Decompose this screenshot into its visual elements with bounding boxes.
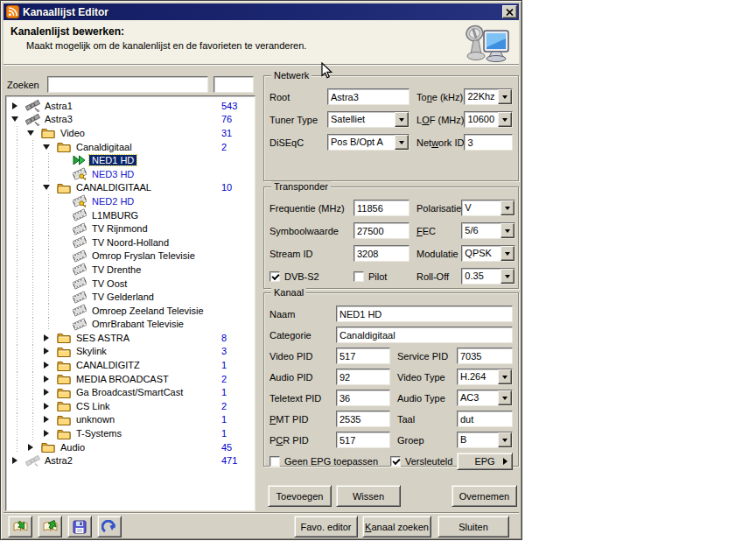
tree-item[interactable]: Canaldigitaal2	[6, 140, 255, 154]
rolloff-dropdown-arrow-icon[interactable]	[500, 269, 514, 284]
versleuteld-checkbox-row[interactable]: Versleuteld	[390, 456, 457, 467]
tree-expander-closed-icon[interactable]	[10, 102, 25, 109]
modulatie-dropdown-arrow-icon[interactable]	[500, 246, 514, 261]
tree-item[interactable]: TV Drenthe	[6, 263, 255, 277]
tree-item[interactable]: TV Gelderland	[6, 290, 255, 304]
geen-epg-checkbox-row[interactable]: Geen EPG toepassen	[270, 456, 390, 467]
tree-expander-closed-icon[interactable]	[41, 334, 57, 341]
audio-pid-input[interactable]	[336, 369, 390, 385]
video-type-dropdown-arrow-icon[interactable]	[498, 369, 512, 384]
tree-item[interactable]: CANALDIGITZ1	[6, 358, 255, 372]
tree-item[interactable]: TV Noord-Holland	[6, 235, 255, 249]
audio-type-dropdown-arrow-icon[interactable]	[498, 390, 512, 405]
wissen-button[interactable]: Wissen	[336, 485, 401, 507]
fec-dropdown[interactable]: 5/6	[461, 222, 515, 239]
tree-item[interactable]: TV Rijnmond	[6, 221, 255, 235]
tree-expander-open-icon[interactable]	[10, 116, 25, 122]
tree-item[interactable]: Ga Broadcast/SmartCast1	[6, 385, 255, 399]
kanaal-zoeken-button[interactable]: Kanaal zoeken	[362, 516, 431, 537]
modulatie-dropdown[interactable]: QPSK	[461, 245, 515, 262]
root-input[interactable]	[327, 88, 410, 105]
import-list-button[interactable]	[8, 516, 32, 537]
tree-expander-open-icon[interactable]	[25, 130, 41, 136]
rolloff-dropdown[interactable]: 0.35	[461, 268, 515, 285]
tree-item[interactable]: T-Systems1	[6, 426, 255, 440]
favo-editor-button[interactable]: Favo. editor	[294, 516, 358, 537]
tree-item[interactable]: Video31	[6, 126, 255, 140]
tuner-type-dropdown[interactable]: Satelliet	[327, 111, 410, 128]
tree-item[interactable]: Astra1543	[6, 99, 255, 113]
naam-input[interactable]	[336, 306, 513, 322]
tree-expander-closed-icon[interactable]	[41, 416, 57, 423]
pilot-checkbox-row[interactable]: Pilot	[354, 271, 410, 282]
tree-item[interactable]: Audio45	[6, 440, 255, 454]
stream-id-input[interactable]	[354, 245, 410, 262]
channel-tree[interactable]: Astra1543Astra376Video31Canaldigitaal2NE…	[5, 95, 256, 511]
sluiten-button[interactable]: Sluiten	[438, 516, 509, 537]
title-bar[interactable]: Kanaallijst Editor	[4, 4, 519, 20]
groep-dropdown[interactable]: B	[457, 432, 513, 448]
network-id-input[interactable]	[464, 134, 513, 151]
save-button[interactable]	[67, 516, 92, 537]
tree-expander-closed-icon[interactable]	[25, 444, 41, 451]
tree-item[interactable]: NED1 HD	[6, 153, 255, 167]
tree-expander-closed-icon[interactable]	[41, 376, 57, 383]
tree-item[interactable]: SES ASTRA8	[6, 331, 255, 345]
taal-input[interactable]	[457, 411, 513, 427]
lof-dropdown[interactable]: 10600	[464, 111, 513, 128]
service-pid-input[interactable]	[457, 348, 513, 364]
video-pid-input[interactable]	[336, 348, 390, 364]
frequentie-input[interactable]	[354, 200, 410, 216]
fec-dropdown-arrow-icon[interactable]	[500, 223, 514, 238]
tree-item[interactable]: Astra2471	[6, 453, 255, 467]
tone-dropdown-arrow-icon[interactable]	[498, 89, 512, 104]
tree-item[interactable]: unknown1	[6, 413, 255, 427]
tree-item[interactable]: L1MBURG	[6, 208, 255, 222]
dvbs2-checkbox[interactable]	[270, 271, 280, 282]
search-input[interactable]	[47, 76, 208, 93]
teletext-pid-input[interactable]	[336, 390, 390, 406]
toevoegen-button[interactable]: Toevoegen	[268, 485, 332, 507]
search-aux-input[interactable]	[214, 76, 254, 93]
pmt-pid-input[interactable]	[336, 411, 390, 427]
tree-item[interactable]: NED2 HD	[6, 194, 255, 208]
tree-expander-closed-icon[interactable]	[41, 389, 57, 396]
overnemen-button[interactable]: Overnemen	[452, 485, 517, 507]
tree-expander-closed-icon[interactable]	[10, 457, 25, 464]
polarisatie-dropdown-arrow-icon[interactable]	[500, 200, 514, 215]
export-list-button[interactable]	[38, 516, 62, 537]
tree-item[interactable]: OmrBrabant Televisie	[6, 318, 255, 332]
pcr-pid-input[interactable]	[336, 432, 390, 448]
symboolwaarde-input[interactable]	[354, 222, 410, 239]
tree-expander-closed-icon[interactable]	[41, 348, 57, 355]
tree-item[interactable]: Omroep Zeeland Televisie	[6, 304, 255, 318]
audio-type-dropdown[interactable]: AC3	[457, 390, 513, 406]
tree-item[interactable]: CS Link2	[6, 399, 255, 413]
tree-expander-closed-icon[interactable]	[41, 430, 57, 437]
epg-button[interactable]: EPG	[457, 453, 513, 470]
tree-expander-open-icon[interactable]	[41, 144, 57, 150]
categorie-input[interactable]	[336, 327, 513, 343]
tree-expander-closed-icon[interactable]	[41, 362, 57, 369]
tree-expander-closed-icon[interactable]	[41, 403, 57, 410]
tree-item[interactable]: Skylink3	[6, 345, 255, 359]
tone-dropdown[interactable]: 22Khz	[464, 88, 513, 105]
tree-item[interactable]: MEDIA BROADCAST2	[6, 372, 255, 386]
tree-item[interactable]: CANALDIGITAAL10	[6, 181, 255, 195]
tree-expander-open-icon[interactable]	[41, 185, 57, 190]
tree-item[interactable]: Omrop Fryslan Televisie	[6, 249, 255, 263]
tree-item[interactable]: NED3 HD	[6, 167, 255, 181]
tuner-type-dropdown-arrow-icon[interactable]	[395, 112, 409, 127]
tree-item[interactable]: TV Oost	[6, 277, 255, 291]
dvbs2-checkbox-row[interactable]: DVB-S2	[270, 271, 354, 282]
versleuteld-checkbox[interactable]	[390, 456, 401, 467]
close-button[interactable]	[502, 5, 517, 18]
tree-item[interactable]: Astra376	[6, 113, 255, 127]
lof-dropdown-arrow-icon[interactable]	[498, 112, 512, 127]
diseqc-dropdown[interactable]: Pos B/Opt A	[327, 134, 410, 151]
polarisatie-dropdown[interactable]: V	[461, 200, 515, 216]
undo-button[interactable]	[97, 516, 122, 537]
diseqc-dropdown-arrow-icon[interactable]	[395, 135, 409, 150]
pilot-checkbox[interactable]	[354, 271, 364, 282]
video-type-dropdown[interactable]: H.264	[457, 369, 513, 385]
